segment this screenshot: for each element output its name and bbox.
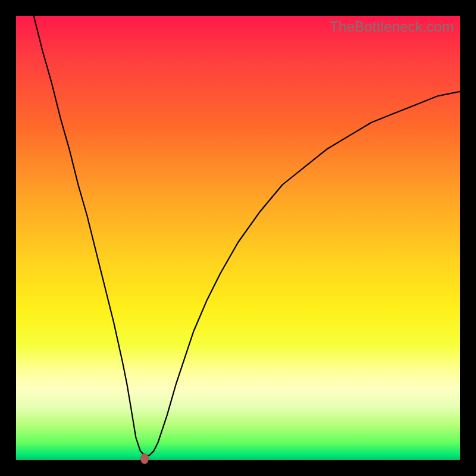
plot-area: TheBottleneck.com (16, 16, 460, 460)
optimal-point-marker (140, 453, 149, 464)
bottleneck-curve (16, 16, 460, 460)
chart-frame: TheBottleneck.com (0, 0, 476, 476)
